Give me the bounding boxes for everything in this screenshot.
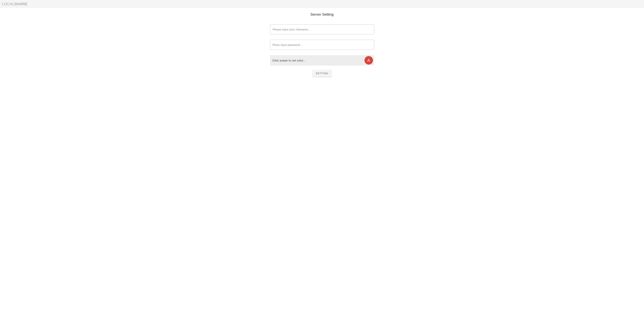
- avatar-color-label: Click avatar to set color...: [272, 59, 306, 62]
- nickname-input[interactable]: [270, 24, 374, 34]
- page-title: Server Setting: [0, 12, 644, 16]
- avatar-color-row: Click avatar to set color... A: [270, 55, 374, 66]
- server-setting-form: Click avatar to set color... A Setting: [270, 24, 374, 77]
- submit-row: Setting: [270, 70, 374, 77]
- app-header: LocalShare: [0, 0, 644, 8]
- brand-logo: LocalShare: [2, 2, 28, 6]
- avatar[interactable]: A: [364, 56, 373, 64]
- brand-part-1: Local: [2, 2, 14, 6]
- setting-button[interactable]: Setting: [312, 70, 332, 77]
- brand-part-2: Share: [14, 2, 28, 6]
- password-input[interactable]: [270, 40, 374, 50]
